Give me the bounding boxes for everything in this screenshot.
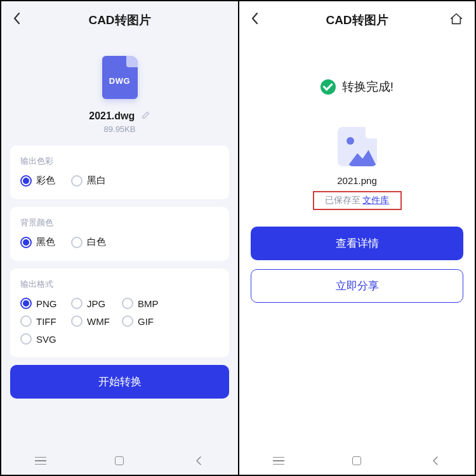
android-navbar [1,447,238,475]
saved-prefix: 已保存至 [325,195,363,205]
edit-filename-icon[interactable] [142,110,150,122]
radio-label: WMF [87,316,110,327]
radio-icon [20,298,32,309]
home-icon[interactable] [449,12,463,29]
radio-icon [71,237,83,248]
radio-icon [122,315,133,327]
radio-label: PNG [36,298,57,309]
radio-label: 彩色 [36,175,55,187]
radio-option[interactable]: GIF [122,315,173,327]
done-text: 转换完成! [342,79,393,95]
output-format-options: PNGJPGBMPTIFFWMFGIFSVG [20,298,219,351]
radio-label: GIF [138,316,154,327]
nav-back-icon[interactable] [429,454,442,467]
radio-option[interactable]: 白色 [71,236,122,248]
radio-option[interactable]: WMF [71,315,122,327]
share-button[interactable]: 立即分享 [251,269,463,303]
radio-label: 黑白 [87,175,106,187]
radio-icon [20,237,32,248]
radio-icon [122,298,133,309]
page-title: CAD转图片 [326,12,388,29]
radio-label: 白色 [87,236,106,248]
back-icon[interactable] [13,12,22,29]
background-color-label: 背景颜色 [20,217,219,228]
output-format-label: 输出格式 [20,279,219,290]
radio-option[interactable]: 彩色 [20,175,71,187]
file-library-link[interactable]: 文件库 [362,195,389,205]
radio-icon [71,315,83,327]
radio-option[interactable]: 黑色 [20,236,71,248]
radio-label: 黑色 [36,236,55,248]
nav-recent-icon[interactable] [34,454,47,467]
background-color-card: 背景颜色 黑色白色 [10,207,229,261]
back-icon[interactable] [251,12,260,29]
radio-icon [71,175,83,187]
output-color-card: 输出色彩 彩色黑白 [10,145,229,199]
radio-label: SVG [36,334,56,345]
saved-location-row: 已保存至 文件库 [313,191,402,210]
output-format-card: 输出格式 PNGJPGBMPTIFFWMFGIFSVG [10,268,229,357]
settings-pane: CAD转图片 DWG 2021.dwg 89.95KB 输出色彩 彩色黑白 [1,1,238,475]
radio-label: TIFF [36,316,56,327]
radio-icon [20,175,32,187]
view-details-button[interactable]: 查看详情 [251,227,463,260]
output-color-label: 输出色彩 [20,155,219,167]
radio-option[interactable]: BMP [122,298,173,309]
background-color-options: 黑色白色 [20,236,219,255]
radio-option[interactable]: TIFF [20,315,71,327]
result-pane: CAD转图片 转换完成! 2021.png 已保存至 文件库 查看详情 立即分享 [238,1,475,475]
file-name: 2021.dwg [89,110,135,121]
header: CAD转图片 [1,1,238,39]
start-convert-button[interactable]: 开始转换 [10,365,229,399]
radio-icon [20,315,32,327]
nav-recent-icon[interactable] [272,454,285,467]
radio-option[interactable]: SVG [20,333,71,345]
image-file-icon [338,127,377,166]
file-info: DWG 2021.dwg 89.95KB [10,39,229,145]
radio-icon [71,298,83,309]
output-color-options: 彩色黑白 [20,175,219,193]
success-check-icon [321,79,336,95]
radio-label: BMP [138,298,159,309]
radio-option[interactable]: 黑白 [71,175,122,187]
dwg-file-icon: DWG [102,56,138,99]
radio-option[interactable]: PNG [20,298,71,309]
radio-label: JPG [87,298,105,309]
nav-home-icon[interactable] [350,454,363,467]
android-navbar [239,447,475,475]
file-size: 89.95KB [10,124,229,134]
header: CAD转图片 [239,1,475,39]
page-title: CAD转图片 [88,12,150,29]
nav-home-icon[interactable] [113,454,126,467]
output-file-name: 2021.png [251,175,463,186]
radio-icon [20,333,32,345]
nav-back-icon[interactable] [192,454,205,467]
radio-option[interactable]: JPG [71,298,122,309]
conversion-done-row: 转换完成! [251,79,463,95]
